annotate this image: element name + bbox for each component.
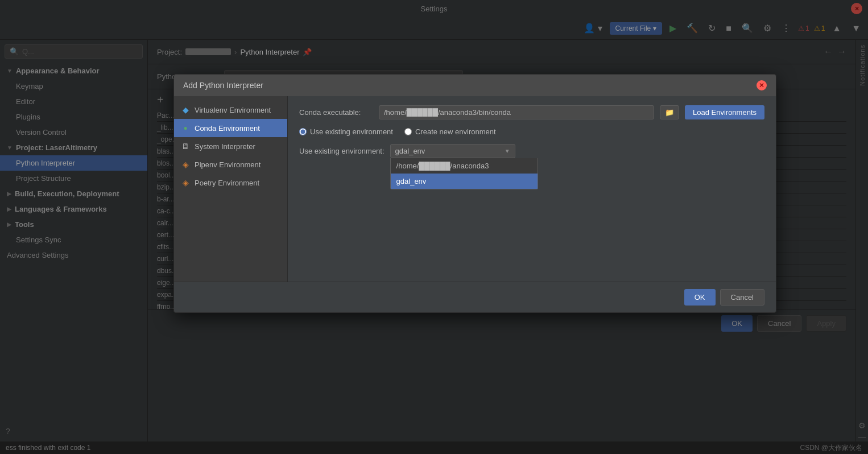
- add-interpreter-modal: Add Python Interpreter ✕ ◆ Virtualenv En…: [173, 74, 776, 313]
- pipenv-icon: ◈: [181, 160, 190, 169]
- dropdown-option-anaconda3[interactable]: /home/██████/anaconda3: [391, 158, 538, 174]
- system-icon: 🖥: [181, 142, 190, 151]
- modal-nav-conda[interactable]: ● Conda Environment: [174, 119, 287, 137]
- modal-title: Add Python Interpreter: [183, 81, 263, 90]
- poetry-label: Poetry Environment: [195, 179, 259, 187]
- use-existing-radio-label: Use existing environment: [310, 127, 393, 136]
- poetry-icon: ◈: [181, 178, 190, 187]
- modal-nav: ◆ Virtualenv Environment ● Conda Environ…: [174, 96, 288, 282]
- conda-executable-row: Conda executable: 📁 Load Environments: [299, 105, 764, 119]
- selected-env-value: gdal_env: [395, 147, 425, 155]
- modal-ok-btn[interactable]: OK: [684, 289, 716, 306]
- use-existing-radio-option[interactable]: Use existing environment: [299, 127, 393, 136]
- modal-overlay: Add Python Interpreter ✕ ◆ Virtualenv En…: [0, 0, 868, 454]
- conda-executable-input[interactable]: [379, 105, 654, 119]
- modal-nav-virtualenv[interactable]: ◆ Virtualenv Environment: [174, 101, 287, 119]
- conda-label: Conda Environment: [195, 124, 260, 133]
- dropdown-caret-icon: ▼: [505, 148, 510, 154]
- env-dropdown[interactable]: gdal_env ▼: [390, 144, 515, 158]
- modal-footer: OK Cancel: [174, 282, 776, 312]
- ide-window: Settings ✕ 👤 ▾ Current File ▾ ▶ 🔨 ↻ ■ 🔍 …: [0, 0, 868, 454]
- environment-mode-row: Use existing environment Create new envi…: [299, 127, 764, 136]
- create-new-radio-option[interactable]: Create new environment: [404, 127, 496, 136]
- use-existing-env-label: Use existing environment:: [299, 147, 385, 155]
- use-existing-env-row: Use existing environment: gdal_env ▼ /ho…: [299, 144, 764, 158]
- dropdown-option-gdal-env[interactable]: gdal_env: [391, 174, 538, 189]
- system-label: System Interpreter: [195, 142, 255, 151]
- modal-title-bar: Add Python Interpreter ✕: [174, 75, 776, 96]
- pipenv-label: Pipenv Environment: [195, 160, 261, 169]
- modal-nav-poetry[interactable]: ◈ Poetry Environment: [174, 174, 287, 192]
- modal-nav-pipenv[interactable]: ◈ Pipenv Environment: [174, 155, 287, 174]
- create-new-radio-label: Create new environment: [415, 127, 496, 136]
- use-existing-radio[interactable]: [299, 128, 307, 135]
- browse-conda-btn[interactable]: 📁: [660, 105, 679, 119]
- env-dropdown-menu: /home/██████/anaconda3 gdal_env: [390, 158, 538, 189]
- modal-body: ◆ Virtualenv Environment ● Conda Environ…: [174, 96, 776, 282]
- modal-close-btn[interactable]: ✕: [757, 80, 767, 90]
- load-environments-btn[interactable]: Load Environments: [685, 105, 764, 119]
- virtualenv-icon: ◆: [181, 105, 190, 114]
- virtualenv-label: Virtualenv Environment: [195, 106, 271, 114]
- modal-nav-system[interactable]: 🖥 System Interpreter: [174, 137, 287, 155]
- modal-cancel-btn[interactable]: Cancel: [720, 289, 764, 306]
- environment-radio-group: Use existing environment Create new envi…: [299, 127, 496, 136]
- modal-content-area: Conda executable: 📁 Load Environments Us…: [288, 96, 776, 282]
- env-dropdown-container: gdal_env ▼ /home/██████/anaconda3 gdal_e…: [390, 144, 515, 158]
- create-new-radio[interactable]: [404, 128, 412, 135]
- conda-executable-label: Conda executable:: [299, 108, 373, 117]
- conda-icon: ●: [181, 123, 190, 133]
